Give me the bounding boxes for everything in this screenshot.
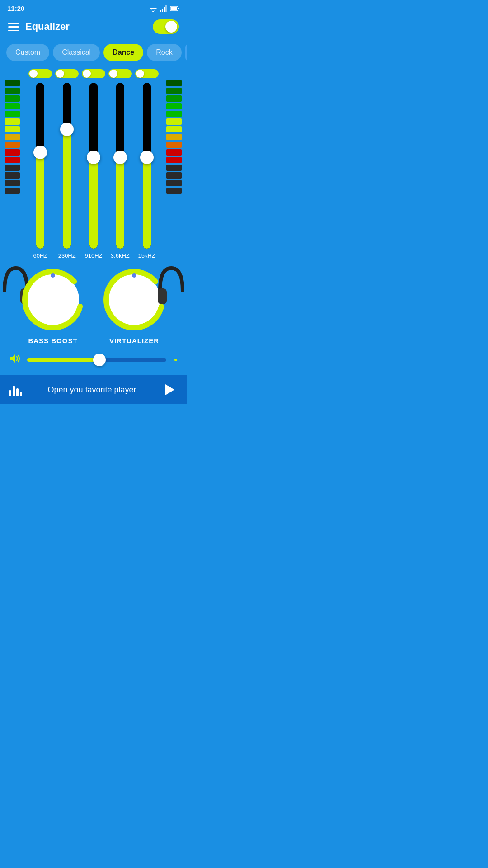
svg-point-17 [51,273,55,278]
preset-tabs-container: Custom Classical Dance Rock [0,40,187,65]
header-left: Equalizer [8,21,70,33]
headphone-right-decoration [155,264,187,304]
vis-bar-4 [20,392,22,396]
equalizer-section: 60HZ 230HZ 910HZ [0,65,187,259]
volume-section [0,349,187,375]
svg-marker-22 [10,354,15,363]
eq-band-15khz: 15kHZ [135,69,159,259]
band-label-230hz: 230HZ [58,252,76,259]
page-title: Equalizer [25,21,70,33]
band-label-3k6hz: 3.6kHZ [111,252,130,259]
eq-sliders-container: 60HZ 230HZ 910HZ [5,69,183,259]
volume-thumb[interactable] [93,354,106,366]
volume-icon [9,354,22,366]
preset-tab-custom[interactable]: Custom [6,44,49,61]
vis-bar-1 [9,390,11,396]
signal-icon [160,5,167,12]
slider-track-60hz[interactable] [36,83,44,249]
eq-band-230hz: 230HZ [55,69,79,259]
svg-point-20 [132,273,136,278]
player-bar: Open you favorite player [0,375,187,404]
svg-rect-3 [160,10,161,12]
player-text: Open you favorite player [47,385,136,395]
battery-icon [170,6,180,11]
svg-rect-21 [158,288,167,304]
play-icon [165,384,174,395]
player-visualizer [9,383,22,396]
play-button[interactable] [162,382,178,398]
slider-track-910hz[interactable] [89,83,98,249]
vis-bar-2 [13,386,15,396]
app-header: Equalizer [0,15,187,40]
eq-band-910hz: 910HZ [82,69,105,259]
slider-track-230hz[interactable] [63,83,71,249]
vis-bar-3 [16,388,19,396]
slider-track-15khz[interactable] [143,83,151,249]
svg-rect-5 [164,7,165,12]
band-toggle-230hz[interactable] [55,69,79,78]
bass-boost-knob[interactable] [21,268,84,331]
slider-track-3k6hz[interactable] [116,83,124,249]
knob-section: BASS BOOST VIRTUALIZER [0,259,187,349]
status-bar: 11:20 [0,0,187,15]
eq-band-60hz: 60HZ [28,69,52,259]
svg-rect-4 [162,9,163,12]
band-toggle-60hz[interactable] [28,69,52,78]
time-display: 11:20 [7,5,24,12]
preset-tab-dance[interactable]: Dance [103,44,143,61]
band-toggle-15khz[interactable] [135,69,159,78]
status-icons [149,5,180,12]
menu-button[interactable] [8,23,19,31]
band-label-910hz: 910HZ [84,252,102,259]
svg-rect-8 [171,7,177,10]
preset-more-button[interactable] [185,44,187,61]
equalizer-enable-toggle[interactable] [153,19,179,34]
volume-fill [27,358,99,362]
volume-dot [174,358,178,362]
eq-band-3k6hz: 3.6kHZ [108,69,132,259]
svg-rect-6 [165,5,167,12]
svg-rect-9 [178,8,179,9]
preset-tab-rock[interactable]: Rock [147,44,181,61]
bass-boost-knob-wrap: BASS BOOST [21,268,84,344]
band-toggle-3k6hz[interactable] [108,69,132,78]
band-toggle-910hz[interactable] [82,69,105,78]
bass-boost-label: BASS BOOST [28,337,77,344]
volume-slider[interactable] [27,358,166,362]
wifi-icon [149,5,157,12]
band-label-15khz: 15kHZ [138,252,155,259]
virtualizer-label: VIRTUALIZER [109,337,159,344]
preset-tab-classical[interactable]: Classical [53,44,100,61]
band-label-60hz: 60HZ [33,252,47,259]
